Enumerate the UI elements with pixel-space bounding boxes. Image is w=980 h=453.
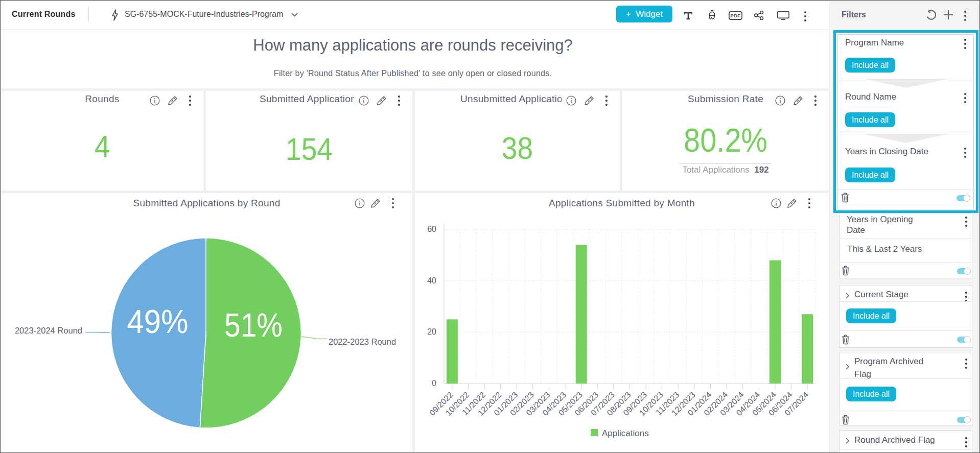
- svg-text:2023-2024 Round: 2023-2024 Round: [15, 326, 82, 335]
- svg-text:Applications: Applications: [602, 428, 649, 438]
- svg-text:49%: 49%: [127, 303, 189, 340]
- svg-text:20: 20: [427, 327, 436, 336]
- svg-text:51%: 51%: [224, 307, 283, 344]
- svg-text:60: 60: [427, 225, 436, 233]
- svg-text:PDF: PDF: [731, 13, 741, 18]
- svg-text:2022-2023 Round: 2022-2023 Round: [329, 337, 396, 346]
- svg-text:40: 40: [427, 276, 436, 285]
- svg-text:0: 0: [432, 379, 436, 388]
